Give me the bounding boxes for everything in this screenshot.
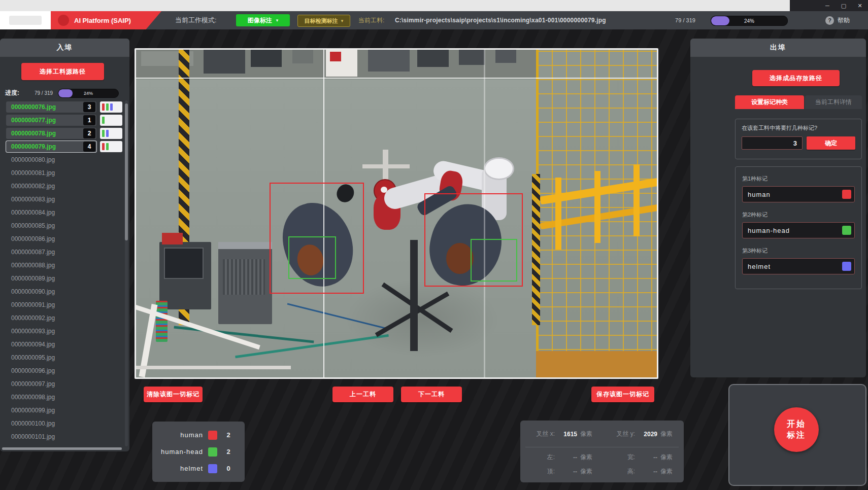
file-list-item[interactable]: 0000000090.jpg [0, 285, 124, 298]
file-name-box[interactable]: 0000000080.jpg [6, 154, 96, 165]
minimize-icon[interactable]: ─ [819, 0, 836, 11]
file-name-box[interactable]: 0000000088.jpg [6, 260, 96, 271]
file-name-box[interactable]: 0000000077.jpg 1 [6, 115, 96, 126]
maximize-icon[interactable]: ▢ [836, 0, 852, 11]
file-name-box[interactable]: 0000000085.jpg [6, 220, 96, 231]
file-list-item[interactable]: 0000000077.jpg 1 [0, 114, 124, 127]
label-2-field[interactable]: human-head [742, 222, 855, 238]
legend-rows: human 2 human-head 2 helmet 0 [152, 427, 245, 477]
file-name-box[interactable]: 0000000082.jpg [6, 181, 96, 192]
legend-label: human-head [152, 448, 203, 456]
file-name-box[interactable]: 0000000094.jpg [6, 339, 96, 350]
file-list-item[interactable]: 0000000080.jpg [0, 153, 124, 166]
file-list-item[interactable]: 0000000099.jpg [0, 404, 124, 417]
file-list-item[interactable]: 0000000094.jpg [0, 338, 124, 351]
file-name-box[interactable]: 0000000095.jpg [6, 352, 96, 363]
file-name-box[interactable]: 0000000076.jpg 3 [6, 101, 96, 113]
clear-annotations-button[interactable]: 清除该图一切标记 [144, 387, 203, 402]
file-list-item[interactable]: 0000000098.jpg [0, 391, 124, 404]
sidebar-progress-percent: 24% [58, 89, 118, 97]
label-2-color-swatch[interactable] [842, 226, 851, 235]
file-name-box[interactable]: 0000000083.jpg [6, 194, 96, 205]
file-name-box[interactable]: 0000000101.jpg [6, 431, 96, 442]
file-name-box[interactable]: 0000000090.jpg [6, 286, 96, 297]
file-name-box[interactable]: 0000000081.jpg [6, 167, 96, 179]
help-button[interactable]: ? 帮助 [825, 11, 850, 29]
crosshair-y-stat: 叉丝 y: 2029 像素 [609, 430, 676, 438]
file-list-item[interactable]: 0000000076.jpg 3 [0, 100, 124, 114]
file-name-box[interactable]: 0000000087.jpg [6, 247, 96, 258]
box-height-stat: 高: -- 像素 [609, 467, 676, 476]
file-name-box[interactable]: 0000000097.jpg [6, 378, 96, 390]
file-name-box[interactable]: 0000000091.jpg [6, 299, 96, 310]
file-list-item[interactable]: 0000000079.jpg 4 [0, 140, 124, 153]
file-list-item[interactable]: 0000000078.jpg 2 [0, 127, 124, 140]
close-icon[interactable]: ✕ [852, 0, 868, 11]
stats-divider [525, 447, 679, 447]
file-name-box[interactable]: 0000000079.jpg 4 [6, 141, 96, 152]
start-annotation-button[interactable]: 开始 标注 [774, 407, 819, 452]
file-list-scrollbar[interactable] [125, 100, 128, 446]
label-1-color-swatch[interactable] [842, 190, 851, 199]
save-annotations-button[interactable]: 保存该图一切标记 [591, 387, 654, 402]
tab-set-label-types[interactable]: 设置标记种类 [735, 95, 804, 109]
label-1-title: 第1种标记 [742, 175, 855, 183]
detection-annotation-mode-button[interactable]: 目标检测标注 ▾ [297, 15, 350, 27]
file-name-box[interactable]: 0000000078.jpg 2 [6, 128, 96, 139]
confirm-button[interactable]: 确定 [807, 136, 855, 150]
file-list-item[interactable]: 0000000096.jpg [0, 364, 124, 377]
file-list-item[interactable]: 0000000101.jpg [0, 430, 124, 443]
next-workpiece-button[interactable]: 下一工料 [401, 387, 462, 402]
scrollbar-thumb[interactable] [125, 103, 128, 240]
legend-count: 2 [217, 431, 240, 439]
app-title: AI Platform (SAIP) [74, 17, 131, 24]
file-list-item[interactable]: 0000000082.jpg [0, 180, 124, 193]
file-name-box[interactable]: 0000000100.jpg [6, 418, 96, 429]
select-output-path-button[interactable]: 选择成品存放路径 [752, 70, 840, 86]
file-list-item[interactable]: 0000000088.jpg [0, 259, 124, 272]
select-source-path-button[interactable]: 选择工料源路径 [21, 63, 104, 80]
file-list-item[interactable]: 0000000085.jpg [0, 219, 124, 232]
file-list-item[interactable]: 0000000097.jpg [0, 377, 124, 391]
logo-block [0, 11, 51, 29]
file-list-horizontal-scrollbar[interactable] [2, 447, 122, 450]
file-list-item[interactable]: 0000000093.jpg [0, 325, 124, 338]
stats-panel: 叉丝 x: 1615 像素 叉丝 y: 2029 像素 左: -- 像素 宽: … [520, 421, 684, 482]
tab-current-workpiece-details[interactable]: 当前工料详情 [805, 95, 862, 109]
file-name-box[interactable]: 0000000099.jpg [6, 405, 96, 416]
image-annotation-mode-button[interactable]: 图像标注 ▾ [236, 14, 290, 26]
file-list-item[interactable]: 0000000086.jpg [0, 232, 124, 246]
file-name-box[interactable]: 0000000084.jpg [6, 207, 96, 218]
file-name-box[interactable]: 0000000086.jpg [6, 233, 96, 244]
annotation-box-human-head[interactable] [288, 236, 336, 279]
brand-mark-icon [58, 15, 69, 26]
file-name-box[interactable]: 0000000093.jpg [6, 326, 96, 337]
annotation-box-human-head[interactable] [471, 239, 517, 282]
file-name-box[interactable]: 0000000096.jpg [6, 365, 96, 376]
photo-canvas[interactable] [136, 50, 657, 377]
previous-workpiece-button[interactable]: 上一工料 [332, 387, 393, 402]
file-list-item[interactable]: 0000000100.jpg [0, 417, 124, 430]
file-name-box[interactable]: 0000000089.jpg [6, 273, 96, 284]
inbound-panel: 入埠 选择工料源路径 进度: 79 / 319 24% 0000000076.j… [0, 39, 129, 451]
file-list-item[interactable]: 0000000091.jpg [0, 298, 124, 311]
chevron-down-icon: ▾ [341, 18, 344, 23]
file-list-item[interactable]: 0000000083.jpg [0, 193, 124, 206]
label-count-input[interactable]: 3 [742, 136, 803, 150]
label-3-color-swatch[interactable] [842, 262, 851, 271]
file-list-item[interactable]: 0000000095.jpg [0, 351, 124, 364]
file-list-item[interactable]: 0000000081.jpg [0, 166, 124, 180]
file-name: 0000000097.jpg [11, 380, 55, 388]
file-list-item[interactable]: 0000000087.jpg [0, 246, 124, 259]
label-3-field[interactable]: helmet [742, 258, 855, 274]
label-1-field[interactable]: human [742, 186, 855, 202]
file-name-box[interactable]: 0000000092.jpg [6, 312, 96, 324]
file-list-item[interactable]: 0000000089.jpg [0, 272, 124, 285]
file-list-item[interactable]: 0000000084.jpg [0, 206, 124, 219]
file-name-box[interactable]: 0000000098.jpg [6, 392, 96, 403]
file-list-item[interactable]: 0000000092.jpg [0, 311, 124, 325]
file-name: 0000000083.jpg [11, 196, 55, 203]
file-name: 0000000079.jpg [11, 143, 56, 150]
legend-color-swatch [208, 464, 217, 473]
file-name: 0000000087.jpg [11, 249, 55, 256]
